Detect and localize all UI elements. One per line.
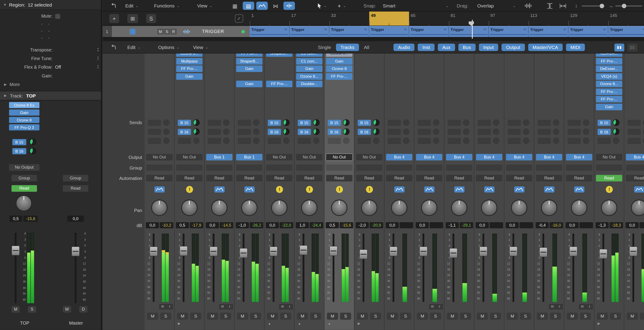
solo-button[interactable]: S xyxy=(310,313,321,320)
undo-icon[interactable] xyxy=(110,41,118,54)
volume-value[interactable]: -1,0 xyxy=(236,222,249,228)
mute-button[interactable]: M xyxy=(327,313,338,320)
output-slot[interactable]: Bus 4 xyxy=(626,154,644,160)
send-slot-empty[interactable] xyxy=(178,138,191,144)
more-disclosure[interactable]: ▶ More xyxy=(4,82,20,87)
automation-mode-button[interactable]: Read xyxy=(566,175,592,182)
automation-mode-button[interactable]: Read xyxy=(386,175,412,182)
mute-button[interactable]: M xyxy=(567,313,578,320)
send-slot[interactable]: B 15 xyxy=(178,120,191,126)
mute-button[interactable]: M xyxy=(147,313,158,320)
volume-value[interactable]: 0,0 xyxy=(146,222,159,228)
warning-icon[interactable]: ! xyxy=(336,186,343,193)
pan-knob[interactable] xyxy=(361,200,378,216)
group-slot[interactable] xyxy=(596,164,622,171)
vertical-zoom-slider[interactable] xyxy=(582,6,604,7)
input-monitor-button[interactable]: I xyxy=(166,304,173,309)
volume-fader[interactable] xyxy=(12,246,20,256)
input-monitor-button[interactable]: I xyxy=(586,304,592,309)
group-slot[interactable] xyxy=(536,164,562,171)
automation-mode-button[interactable]: Read xyxy=(596,175,622,182)
group-slot[interactable] xyxy=(296,164,322,171)
send-slot-empty[interactable] xyxy=(208,120,221,126)
waveform-zoom-icon[interactable] xyxy=(524,0,532,12)
pan-knob[interactable] xyxy=(271,200,288,216)
pan-knob[interactable] xyxy=(181,200,198,216)
send-slot-empty[interactable] xyxy=(508,120,521,126)
volume-fader[interactable] xyxy=(270,246,278,256)
send-slot-empty[interactable] xyxy=(568,129,581,135)
volume-fader[interactable] xyxy=(360,249,368,259)
send-slot[interactable]: B 16 xyxy=(598,129,611,135)
send-slot-empty[interactable] xyxy=(148,129,161,135)
ruler-cell[interactable]: 65 xyxy=(409,12,449,26)
mute-button[interactable]: M xyxy=(477,313,488,320)
plugin-slot[interactable]: C1 com... xyxy=(296,54,322,57)
expand-arrow-icon[interactable]: ▶ xyxy=(178,322,180,325)
send-slot-empty[interactable] xyxy=(418,129,431,135)
volume-fader[interactable] xyxy=(330,246,338,256)
send-knob[interactable] xyxy=(30,139,36,145)
send-slot-empty[interactable] xyxy=(298,138,311,144)
send-knob[interactable] xyxy=(283,128,290,135)
pan-knob[interactable] xyxy=(631,200,644,216)
filter-input[interactable]: Input xyxy=(479,44,498,51)
wide-strips-icon[interactable]: ▯▯ xyxy=(628,43,638,51)
solo-button[interactable]: S xyxy=(28,306,36,313)
channel-strip[interactable]: CLA-2A...FF Pro-...DeEsser...VEQ4 (s)Ozo… xyxy=(594,54,624,330)
automation-mode-button[interactable]: Read xyxy=(12,185,37,192)
send-slot-empty[interactable] xyxy=(508,129,521,135)
send-slot-empty[interactable] xyxy=(628,120,640,126)
send-slot[interactable]: B 15 xyxy=(598,120,611,126)
solo-button[interactable]: S xyxy=(250,313,261,320)
send-slot-empty[interactable] xyxy=(538,129,551,135)
warning-icon[interactable]: ! xyxy=(186,186,193,193)
send-slot[interactable]: B 16 xyxy=(12,148,26,154)
volume-fader[interactable] xyxy=(72,246,80,256)
output-slot[interactable]: Bus 4 xyxy=(566,154,592,160)
input-monitor-button[interactable]: I xyxy=(556,304,563,309)
send-slot-empty[interactable] xyxy=(568,138,581,144)
channel-strip[interactable]: Bus 4Read-0,4-16,06303612182430405060RIM… xyxy=(534,54,564,330)
mute-button[interactable]: M xyxy=(357,313,368,320)
volume-fader[interactable] xyxy=(599,249,607,259)
volume-fader[interactable] xyxy=(569,246,577,256)
volume-fader[interactable] xyxy=(389,246,398,256)
mixer-mode-all[interactable]: All xyxy=(362,44,371,51)
list-view-icon[interactable]: ▤ xyxy=(243,2,254,10)
expand-arrow-icon[interactable]: ▶ xyxy=(358,322,360,325)
output-slot[interactable]: Bus 4 xyxy=(506,154,532,160)
automation-mode-button[interactable]: Read xyxy=(506,175,532,182)
peak-value[interactable]: -24,4 xyxy=(310,222,323,228)
send-knob[interactable] xyxy=(313,119,320,126)
output-slot[interactable]: Bus 4 xyxy=(386,154,412,160)
mute-button[interactable]: M xyxy=(207,313,218,320)
send-knob[interactable] xyxy=(193,119,200,126)
channel-strip[interactable]: Bus 4Read0,06303612182430405060MS xyxy=(624,54,644,330)
duplicate-track-button[interactable]: ⊞ xyxy=(127,14,138,23)
volume-value[interactable]: 0,0 xyxy=(506,222,519,228)
send-slot-empty[interactable] xyxy=(148,120,161,126)
channel-strip[interactable]: Bus 4Read0,06303612182430405060MS xyxy=(384,54,414,330)
output-slot[interactable]: No Out xyxy=(326,154,352,160)
volume-value[interactable]: 0,0 xyxy=(67,216,84,222)
filter-audio[interactable]: Audio xyxy=(394,44,414,51)
send-slot[interactable]: B 15 xyxy=(358,120,371,126)
pan-knob[interactable] xyxy=(451,200,467,216)
send-slot-empty[interactable] xyxy=(358,138,371,144)
input-monitor-button[interactable]: I xyxy=(286,304,293,309)
send-slot-empty[interactable] xyxy=(418,120,431,126)
group-slot[interactable] xyxy=(476,164,502,171)
automation-mode-button[interactable]: Read xyxy=(356,175,382,182)
channel-strip[interactable]: ShaperB...FF Pro-...B 15B 16No OutRead!0… xyxy=(264,54,294,330)
send-slot[interactable]: B 16 xyxy=(268,129,281,135)
send-slot-empty[interactable] xyxy=(598,138,611,144)
solo-button[interactable]: S xyxy=(164,29,170,35)
record-enable-button[interactable]: R xyxy=(429,304,436,309)
pan-knob[interactable] xyxy=(301,200,318,216)
collapse-arrow-icon[interactable]: ▲ xyxy=(328,322,331,325)
send-slot-empty[interactable] xyxy=(148,138,161,144)
send-slot-empty[interactable] xyxy=(448,138,461,144)
ruler-cell[interactable]: 17 xyxy=(290,12,330,26)
group-slot[interactable] xyxy=(356,164,382,171)
